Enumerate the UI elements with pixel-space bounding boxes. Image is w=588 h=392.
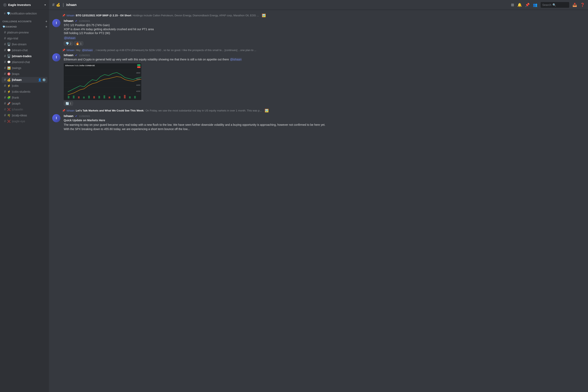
message-row-3: I Ishaan ✔ 11/30/2021 Quick Update on Ma… [49, 113, 588, 132]
mention-ishaan-1[interactable]: @ishaan [64, 36, 76, 40]
timestamp-3: 11/30/2021 [79, 115, 90, 118]
verified-badge-1: ✔ [75, 20, 78, 22]
message-line-3a: Quick Update on Markets Here [64, 118, 585, 122]
author-name-2: Ishaan [64, 53, 74, 57]
server-header[interactable]: Eagle Investors ▾ [0, 0, 49, 10]
image-indicator-3[interactable]: 🖼️ [264, 108, 269, 112]
hash-prefix: # [4, 54, 6, 58]
svg-rect-14 [98, 96, 100, 98]
channel-diamond-chat[interactable]: # 💬 |diamond-chat [2, 59, 47, 65]
svg-text:4800: 4800 [136, 72, 140, 74]
channel-emoji: ⚡ [7, 84, 10, 88]
channel-live-stream[interactable]: # 🖥️ |live-stream [2, 42, 47, 47]
channel-name: |leaps [12, 72, 20, 76]
svg-rect-16 [108, 96, 110, 98]
channel-swings[interactable]: # 🖼️ |swings [2, 65, 47, 71]
add-member-btn[interactable]: 👤 [38, 78, 42, 82]
channel-title: ishaan [66, 3, 76, 7]
trade-icon: 📌 [62, 14, 65, 17]
trade-author: Ishaan [66, 14, 74, 17]
members-icon[interactable]: 👥 [533, 3, 537, 7]
message-header-2: Ishaan ✔ 11/30/2021 [64, 53, 585, 57]
channel-frank[interactable]: # 🧩 |frank [2, 95, 47, 100]
challenge-accounts-label: CHALLENGE ACCOUNTS [2, 20, 32, 23]
message-line-3b: The warning to stay on your guard became… [64, 123, 585, 127]
sidebar: Eagle Investors ▾ # 💎 |notification-sele… [0, 0, 49, 392]
channel-scalp-ideas[interactable]: # 🌴 |scalp-ideas [2, 112, 47, 118]
message-group-1: 📌 Ishaan BTO 12/31/2021 XOP $90P @ 2.15 … [49, 13, 588, 46]
hash-prefix: # [4, 72, 6, 76]
svg-rect-9 [73, 96, 74, 98]
channel-cobs[interactable]: # ⚡ |cobs [2, 83, 47, 88]
notification-channel[interactable]: # 💎 |notification-selection [2, 10, 47, 16]
channel-name: |ishaan [12, 78, 22, 82]
verified-badge-2: ✔ [75, 54, 78, 57]
channel-name: |swings [12, 66, 21, 70]
challenge-accounts-category[interactable]: CHALLENGE ACCOUNTS + [0, 16, 49, 24]
mention-banner[interactable]: @ishaan [82, 48, 93, 52]
pin-icon[interactable]: 📌 [525, 3, 530, 7]
svg-rect-10 [78, 96, 80, 98]
image-indicator[interactable]: 🖼️ [262, 14, 266, 17]
svg-text:4200: 4200 [136, 90, 140, 92]
mention-ishaan-2[interactable]: @ishaan [230, 58, 242, 61]
channel-emoji: 🖥️ [7, 43, 10, 46]
hash-icon: # [4, 12, 6, 15]
pin-icon-2: 📌 [62, 48, 65, 52]
challenge-accounts-add-btn[interactable]: + [45, 20, 47, 23]
message-line-1a: STC 1/2 Position @3.75 (74% Gain) [64, 23, 585, 27]
channel-stream-chat[interactable]: # 💬 |stream-chat [2, 47, 47, 53]
svg-rect-21 [134, 96, 136, 98]
svg-rect-28 [137, 66, 140, 68]
hash-prefix: # [4, 42, 6, 46]
reaction-cycle[interactable]: 🔄 1 [64, 101, 73, 106]
inbox-icon[interactable]: 📥 [572, 3, 577, 7]
message-group-2: 📌 Ishaan Hey @ishaan , I recently picked… [49, 48, 588, 106]
message-content-2: Ishaan ✔ 11/30/2021 Ethtereum and Crypto… [64, 53, 585, 106]
channel-emoji: 🖥️ [7, 54, 10, 58]
diamond-category-add-btn[interactable]: + [45, 25, 47, 28]
reaction-fire[interactable]: 🔥 1 [74, 41, 83, 46]
hashtag-icon[interactable]: ⊞ [511, 3, 514, 7]
hash-prefix: # [4, 120, 6, 123]
diamond-category-label: 💎DIAMOND [2, 26, 17, 28]
reactions-1: 💎 2 🔥 1 [64, 41, 585, 46]
channel-name: |cobs-students [12, 90, 30, 93]
hash-prefix: # [4, 78, 6, 82]
trade-author-2: Ishaan [66, 48, 74, 52]
sidebar-channels: # 💎 |notification-selection CHALLENGE AC… [0, 10, 49, 392]
timestamp-1: 11/30/2021 [79, 20, 90, 22]
verified-badge-3: ✔ [75, 114, 78, 118]
channel-leaps[interactable]: # 🎯 |leaps [2, 71, 47, 77]
trade-label-3: Let's Talk Markets and What We Could See… [76, 109, 144, 112]
reaction-diamond[interactable]: 💎 2 [64, 41, 73, 46]
top-bar-right: ⊞ 🔔 📌 👥 Search 🔍 📥 ❓ [511, 2, 585, 8]
channel-hash-icon: # [52, 2, 54, 7]
hash-prefix: # [4, 114, 6, 117]
channel-chaselin[interactable]: # ❌ |chaselin [2, 106, 47, 112]
channel-stream-trades[interactable]: # 🖥️ |stream-trades [2, 53, 47, 59]
channel-platinum-preview[interactable]: # platinum-preview [2, 30, 47, 35]
channel-cobs-students[interactable]: # ⚡ |cobs-students [2, 89, 47, 94]
channel-money-icon: 💰 [56, 3, 60, 7]
bell-icon[interactable]: 🔔 [517, 3, 522, 7]
svg-rect-12 [88, 96, 90, 98]
channel-ishaan-active[interactable]: # 💰 |ishaan 👤 ⚙️ [2, 77, 47, 83]
message-line-2a: Ethtereum and Crypto in general held up … [64, 58, 585, 62]
eth-chart: 4800 4600 4400 4200 Ethereum / U.S. Doll… [64, 63, 141, 100]
channel-algo-trial[interactable]: # algo-trial [2, 36, 47, 41]
settings-btn[interactable]: ⚙️ [42, 78, 46, 82]
hash-prefix: # [4, 102, 6, 105]
channel-name: algo-trial [7, 37, 18, 40]
channel-asaph[interactable]: # 🚀 |asaph [2, 101, 47, 106]
channel-eagle-eye[interactable]: # ❌ |eagle-eye [2, 118, 47, 124]
channel-name: |stream-trades [12, 54, 32, 58]
notification-channel-emoji: 💎 [7, 12, 10, 15]
search-box[interactable]: Search 🔍 [541, 2, 569, 8]
help-icon[interactable]: ❓ [580, 3, 585, 7]
diamond-category[interactable]: 💎DIAMOND + [0, 24, 49, 30]
channel-emoji: 🎯 [7, 72, 10, 76]
channel-emoji: 🖼️ [7, 66, 10, 70]
message-line-1c: Still holding 1/2 Position for PT2 (90) [64, 31, 585, 35]
channel-name: |cobs [12, 84, 18, 88]
